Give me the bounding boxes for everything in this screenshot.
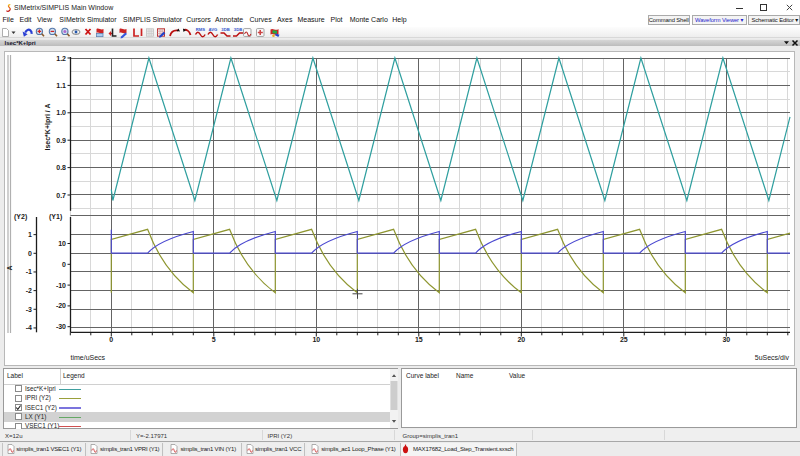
svg-text:(Y1): (Y1) [49, 213, 62, 221]
svg-text:5uSecs/div: 5uSecs/div [755, 354, 790, 361]
svg-text:25: 25 [620, 336, 628, 343]
svg-text:10: 10 [312, 336, 320, 343]
svg-text:time/uSecs: time/uSecs [71, 354, 106, 361]
svg-text:15: 15 [415, 336, 423, 343]
svg-text:-3: -3 [26, 306, 32, 313]
svg-text:(Y2): (Y2) [14, 213, 27, 221]
svg-text:AVG: AVG [209, 27, 218, 32]
svg-text:Isec*K+Ipri / A: Isec*K+Ipri / A [44, 103, 52, 150]
svg-text:30: 30 [722, 336, 730, 343]
svg-text:-4: -4 [26, 324, 32, 331]
svg-text:1.2: 1.2 [56, 55, 66, 62]
svg-text:-1: -1 [26, 268, 32, 275]
svg-text:20: 20 [517, 336, 525, 343]
svg-text:0.7: 0.7 [56, 192, 66, 199]
svg-text:0: 0 [62, 261, 66, 268]
svg-text:0: 0 [109, 336, 113, 343]
svg-text:-30: -30 [56, 323, 66, 330]
svg-text:0: 0 [28, 250, 32, 257]
svg-text:1: 1 [28, 231, 32, 238]
svg-text:3DB: 3DB [234, 27, 242, 32]
svg-text:0.9: 0.9 [56, 137, 66, 144]
svg-text:-2: -2 [26, 287, 32, 294]
svg-text:1.0: 1.0 [56, 109, 66, 116]
svg-text:1.1: 1.1 [56, 82, 66, 89]
svg-text:3DB: 3DB [221, 27, 229, 32]
svg-text:10: 10 [58, 240, 66, 247]
svg-text:-20: -20 [56, 302, 66, 309]
svg-text:A: A [6, 265, 13, 270]
svg-text:5: 5 [212, 336, 216, 343]
svg-text:RMS: RMS [196, 27, 206, 32]
svg-text:-10: -10 [56, 282, 66, 289]
svg-text:0.8: 0.8 [56, 164, 66, 171]
